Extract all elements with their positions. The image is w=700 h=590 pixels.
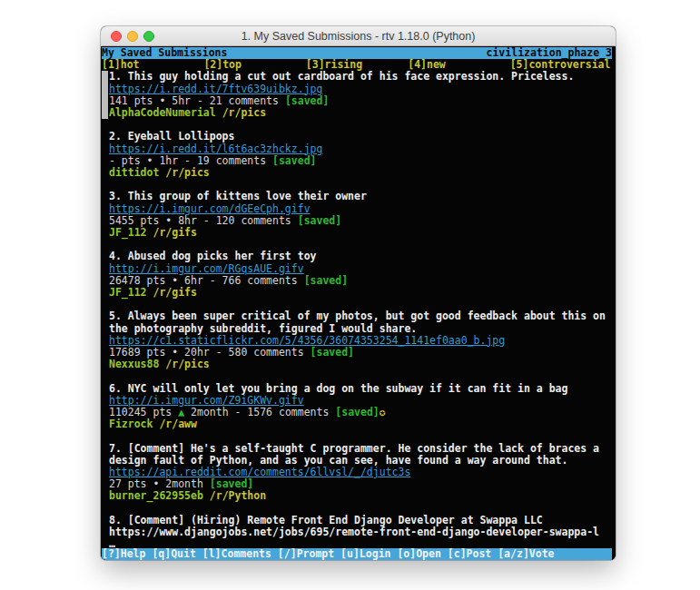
- post-author: burner_262955eb /r/Python: [109, 490, 616, 502]
- minimize-button[interactable]: [127, 31, 138, 42]
- window-titlebar[interactable]: 1. My Saved Submissions - rtv 1.18.0 (Py…: [101, 26, 616, 46]
- close-button[interactable]: [111, 31, 122, 42]
- post-author: dittidot /r/pics: [109, 167, 616, 179]
- post-title: 7. [Comment] He's a self-taught C progra…: [109, 443, 616, 467]
- zoom-button[interactable]: [143, 31, 154, 42]
- menu-item-top[interactable]: [2]top: [203, 59, 305, 71]
- traffic-lights: [111, 31, 154, 42]
- menu-item-rising[interactable]: [3]rising: [306, 59, 408, 71]
- post-item[interactable]: 2. Eyeball Lollipopshttps://i.redd.it/l6…: [102, 131, 616, 179]
- post-item[interactable]: 1. This guy holding a cut out cardboard …: [102, 71, 616, 119]
- terminal-screen[interactable]: My Saved Submissions civilization_phaze_…: [101, 47, 616, 560]
- post-item[interactable]: 8. [Comment] (Hiring) Remote Front End D…: [102, 515, 616, 548]
- status-header-bar: My Saved Submissions civilization_phaze_…: [102, 47, 612, 59]
- post-title: 5. Always been super critical of my phot…: [109, 310, 616, 334]
- post-item[interactable]: 6. NYC will only let you bring a dog on …: [102, 383, 616, 431]
- post-author: JF_112 /r/gifs: [109, 227, 616, 239]
- post-author: Nexxus88 /r/pics: [109, 359, 616, 370]
- menu-item-new[interactable]: [4]new: [408, 59, 509, 71]
- page-title: My Saved Submissions: [102, 47, 227, 59]
- post-ellipsis: …: [109, 538, 616, 548]
- post-author: AlphaCodeNumerial /r/pics: [109, 107, 616, 119]
- post-author: Fizrock /r/aww: [109, 418, 616, 430]
- post-author: JF_112 /r/gifs: [109, 287, 616, 299]
- menu-item-controversial[interactable]: [5]controversial: [510, 59, 612, 71]
- post-item[interactable]: 4. Abused dog picks her first toyhttp://…: [102, 251, 616, 299]
- window-title: 1. My Saved Submissions - rtv 1.18.0 (Py…: [242, 30, 476, 43]
- shortcut-help-bar: [?]Help [q]Quit [l]Comments [/]Prompt [u…: [102, 548, 612, 560]
- menu-item-hot[interactable]: [1]hot: [102, 59, 203, 71]
- post-item[interactable]: 7. [Comment] He's a self-taught C progra…: [102, 443, 616, 503]
- logged-in-username: civilization_phaze_3: [487, 47, 612, 59]
- shortcut-help-text: [?]Help [q]Quit [l]Comments [/]Prompt [u…: [102, 548, 555, 560]
- post-item[interactable]: 5. Always been super critical of my phot…: [102, 310, 616, 370]
- menu-bar: [1]hot[2]top[3]rising[4]new[5]controvers…: [102, 59, 612, 71]
- post-item[interactable]: 3. This group of kittens love their owne…: [102, 191, 616, 239]
- post-url[interactable]: https://www.djangojobs.net/jobs/695/remo…: [109, 526, 616, 538]
- terminal-window: 1. My Saved Submissions - rtv 1.18.0 (Py…: [101, 26, 616, 560]
- post-list: 1. This guy holding a cut out cardboard …: [102, 71, 616, 547]
